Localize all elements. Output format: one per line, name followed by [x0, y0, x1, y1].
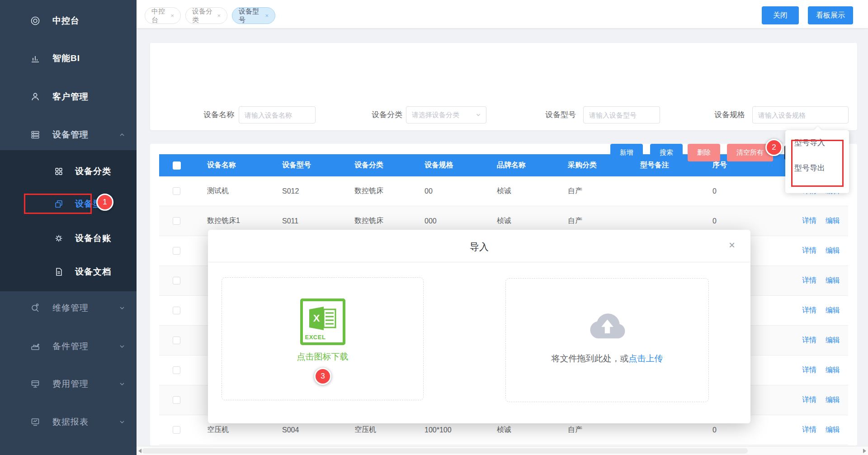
- row-actions: 详情 编辑: [770, 306, 848, 315]
- edit-link[interactable]: 编辑: [826, 306, 840, 315]
- sidebar-item-console[interactable]: 中控台: [0, 10, 137, 31]
- row-checkbox[interactable]: [173, 307, 180, 314]
- device-model-input[interactable]: [583, 106, 660, 123]
- detail-link[interactable]: 详情: [802, 336, 816, 345]
- detail-link[interactable]: 详情: [802, 395, 816, 405]
- detail-link[interactable]: 详情: [802, 425, 816, 435]
- edit-link[interactable]: 编辑: [826, 395, 840, 405]
- row-checkbox[interactable]: [173, 277, 180, 284]
- cell-category: 数控铣床: [342, 186, 412, 196]
- cell-purchase: 自产: [555, 186, 627, 196]
- detail-link[interactable]: 详情: [802, 246, 816, 256]
- edit-link[interactable]: 编辑: [826, 246, 840, 256]
- edit-link[interactable]: 编辑: [826, 425, 840, 435]
- scroll-right-arrow-icon[interactable]: [863, 449, 866, 453]
- download-template-text[interactable]: 点击图标下载: [297, 351, 349, 363]
- tab-close-icon[interactable]: ×: [265, 12, 269, 19]
- device-spec-input[interactable]: [752, 106, 849, 123]
- cloud-upload-icon: [586, 307, 629, 341]
- detail-link[interactable]: 详情: [802, 216, 816, 226]
- topbar: 中控台 × 设备分类 × 设备型号 × 关闭 看板展示: [137, 0, 868, 28]
- excel-icon-label: EXCEL: [305, 334, 326, 341]
- edit-link[interactable]: 编辑: [826, 336, 840, 345]
- sidebar-item-label: 客户管理: [52, 91, 89, 103]
- cell-name: 数控铣床1: [194, 216, 269, 226]
- sidebar-item-device-model[interactable]: 设备型号: [0, 194, 137, 214]
- sidebar-item-device-ledger[interactable]: 设备台账: [0, 228, 137, 249]
- row-checkbox-cell: [159, 396, 194, 404]
- tab-close-icon[interactable]: ×: [217, 12, 221, 19]
- row-checkbox[interactable]: [173, 366, 180, 374]
- view-more-dropdown: 型号导入 型号导出: [785, 130, 849, 193]
- excel-file-icon[interactable]: X EXCEL: [300, 299, 345, 345]
- detail-link[interactable]: 详情: [802, 365, 816, 375]
- scrollbar-thumb[interactable]: [142, 448, 748, 454]
- category-grid-icon: [53, 166, 64, 177]
- board-display-button[interactable]: 看板展示: [808, 6, 853, 24]
- sidebar-item-label: 设备分类: [75, 166, 111, 177]
- row-actions: 详情 编辑: [770, 395, 848, 405]
- horizontal-scrollbar[interactable]: [137, 446, 868, 455]
- delete-button[interactable]: 删除: [688, 144, 720, 161]
- file-dropzone[interactable]: 将文件拖到此处，或点击上传: [505, 278, 709, 402]
- cell-model: S011: [269, 217, 342, 225]
- search-button[interactable]: 搜索: [650, 144, 683, 161]
- click-upload-link[interactable]: 点击上传: [629, 354, 663, 363]
- close-page-button[interactable]: 关闭: [762, 6, 799, 24]
- bi-chart-icon: [30, 53, 41, 64]
- edit-link[interactable]: 编辑: [826, 216, 840, 226]
- sidebar-item-device-docs[interactable]: 设备文档: [0, 261, 137, 282]
- edit-link[interactable]: 编辑: [826, 365, 840, 375]
- document-icon: [53, 266, 64, 277]
- cell-spec: 100*100: [412, 426, 484, 434]
- row-checkbox[interactable]: [173, 217, 180, 225]
- filter-label-name: 设备名称: [203, 106, 234, 123]
- cell-seq: 0: [700, 217, 770, 225]
- sidebar-item-reports[interactable]: 数据报表: [0, 412, 137, 432]
- sidebar-item-spareparts[interactable]: 备件管理: [0, 336, 137, 357]
- sidebar-item-device-category[interactable]: 设备分类: [0, 161, 137, 182]
- sidebar-item-customers[interactable]: 客户管理: [0, 86, 137, 107]
- edit-link[interactable]: 编辑: [826, 276, 840, 285]
- add-button[interactable]: 新增: [610, 144, 643, 161]
- cell-purchase: 自产: [555, 216, 627, 226]
- row-checkbox-cell: [159, 277, 194, 284]
- sidebar-item-equipment[interactable]: 设备管理: [0, 124, 137, 145]
- detail-link[interactable]: 详情: [802, 276, 816, 285]
- row-checkbox[interactable]: [173, 337, 180, 344]
- modal-close-icon[interactable]: ×: [729, 240, 735, 251]
- tab-device-category[interactable]: 设备分类 ×: [185, 7, 227, 24]
- sidebar-item-repair[interactable]: 维修管理: [0, 298, 137, 318]
- chevron-down-icon: [475, 112, 481, 118]
- tab-close-icon[interactable]: ×: [170, 12, 174, 19]
- detail-link[interactable]: 详情: [802, 306, 816, 315]
- cell-brand: 桢诚: [484, 186, 555, 196]
- drag-hint-text: 将文件拖到此处，或: [552, 354, 629, 363]
- sidebar: 中控台 智能BI 客户管理 设备管理: [0, 0, 137, 455]
- row-checkbox[interactable]: [173, 426, 180, 434]
- chevron-down-icon: [118, 380, 126, 388]
- row-actions: 详情 编辑: [770, 276, 848, 285]
- row-checkbox[interactable]: [173, 187, 180, 195]
- sidebar-item-label: 中控台: [52, 15, 80, 27]
- row-actions: 详情 编辑: [770, 336, 848, 345]
- select-placeholder: 请选择设备分类: [412, 111, 475, 119]
- filter-label-model: 设备型号: [545, 106, 576, 123]
- tab-device-model[interactable]: 设备型号 ×: [232, 7, 275, 24]
- row-checkbox-cell: [159, 307, 194, 314]
- device-category-select[interactable]: 请选择设备分类: [406, 106, 486, 123]
- row-checkbox[interactable]: [173, 396, 180, 404]
- tab-console[interactable]: 中控台 ×: [145, 7, 181, 24]
- spareparts-icon: [30, 341, 41, 352]
- sidebar-item-expense[interactable]: 费用管理: [0, 374, 137, 394]
- col-header-brand: 品牌名称: [484, 161, 555, 170]
- annotation-badge-1: 1: [96, 194, 113, 211]
- cell-purchase: 自产: [555, 425, 627, 435]
- select-all-checkbox[interactable]: [173, 161, 181, 170]
- scroll-left-arrow-icon[interactable]: [138, 449, 142, 453]
- device-name-input[interactable]: [239, 106, 316, 123]
- sidebar-item-bi[interactable]: 智能BI: [0, 48, 137, 69]
- menu-item-model-import[interactable]: 型号导入: [785, 130, 849, 156]
- row-checkbox[interactable]: [173, 247, 180, 255]
- menu-item-model-export[interactable]: 型号导出: [785, 156, 849, 181]
